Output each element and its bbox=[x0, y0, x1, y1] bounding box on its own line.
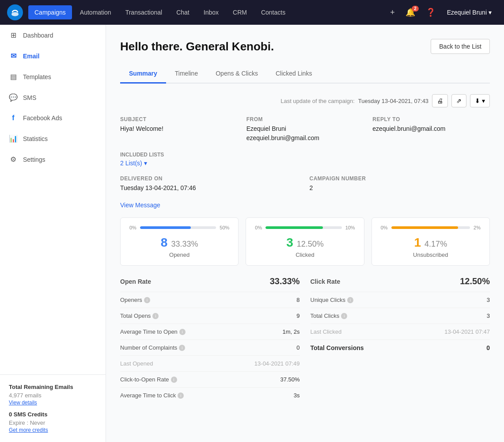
info-click-to-open[interactable]: i bbox=[171, 377, 177, 383]
complaints-value: 0 bbox=[296, 344, 299, 351]
avg-time-click-value: 3s bbox=[294, 392, 300, 399]
sms-credits-label: 0 SMS Credits bbox=[9, 411, 97, 418]
share-button[interactable]: ⇗ bbox=[451, 94, 466, 107]
print-button[interactable]: 🖨 bbox=[432, 94, 448, 107]
unsub-label: Unsubscribed bbox=[381, 251, 481, 258]
stat-box-clicked: 0% 10% 3 12.50% Clicked bbox=[246, 217, 364, 266]
progress-start-opened: 0% bbox=[129, 225, 136, 230]
sidebar-item-sms[interactable]: 💬 SMS bbox=[0, 87, 106, 108]
page-header: Hello there. General Kenobi. Back to the… bbox=[120, 39, 490, 54]
progress-track-opened bbox=[140, 226, 216, 229]
back-to-list-button[interactable]: Back to the List bbox=[431, 39, 490, 54]
progress-track-clicked bbox=[265, 226, 341, 229]
logo[interactable] bbox=[7, 4, 23, 20]
opened-number: 8 bbox=[161, 236, 168, 250]
remaining-emails-label: Total Remaining Emails bbox=[9, 384, 97, 390]
sms-icon: 💬 bbox=[9, 93, 18, 102]
top-nav: Campaigns Automation Transactional Chat … bbox=[0, 0, 504, 25]
campaign-number-label: Campaign Number bbox=[310, 175, 490, 182]
info-complaints[interactable]: i bbox=[179, 345, 185, 351]
openers-value: 8 bbox=[296, 297, 299, 303]
progress-start-unsub: 0% bbox=[381, 225, 388, 230]
click-to-open-value: 37.50% bbox=[280, 376, 299, 383]
subject-label: Subject bbox=[120, 116, 238, 122]
tab-timeline[interactable]: Timeline bbox=[166, 65, 207, 84]
sms-expire-label: Expire : Never bbox=[9, 419, 97, 426]
lists-label: Included Lists bbox=[120, 152, 490, 158]
sidebar-item-email[interactable]: ✉ Email bbox=[0, 46, 106, 66]
clicked-percent: 12.50% bbox=[297, 240, 324, 249]
avg-time-open-value: 1m, 2s bbox=[282, 328, 299, 335]
sidebar-item-statistics[interactable]: 📊 Statistics bbox=[0, 128, 106, 149]
facebook-icon: f bbox=[9, 114, 18, 122]
from-name: Ezequiel Bruni bbox=[246, 124, 364, 133]
tab-clicked-links[interactable]: Clicked Links bbox=[267, 65, 321, 84]
last-opened-value: 13-04-2021 07:49 bbox=[254, 360, 300, 367]
settings-icon: ⚙ bbox=[9, 155, 18, 164]
statistics-icon: 📊 bbox=[9, 134, 18, 143]
nav-transactional[interactable]: Transactional bbox=[119, 5, 169, 19]
nav-contacts[interactable]: Contacts bbox=[255, 5, 292, 19]
nav-user-menu[interactable]: Ezequiel Bruni ▾ bbox=[442, 6, 497, 19]
click-rate-title: Click Rate bbox=[311, 278, 341, 285]
progress-fill-unsub bbox=[391, 226, 459, 229]
update-timestamp: Tuesday 13-04-2021, 07:43 bbox=[358, 98, 428, 104]
info-avg-time-click[interactable]: i bbox=[178, 392, 184, 399]
nav-help-button[interactable]: ❓ bbox=[421, 5, 440, 20]
meta-reply: Reply to ezequiel.bruni@gmail.com bbox=[372, 116, 490, 143]
nav-inbox[interactable]: Inbox bbox=[197, 5, 225, 19]
info-total-clicks[interactable]: i bbox=[341, 313, 347, 319]
meta-subject: Subject Hiya! Welcome! bbox=[120, 116, 238, 143]
tab-opens-clicks[interactable]: Opens & Clicks bbox=[207, 65, 267, 84]
meta-grid: Subject Hiya! Welcome! From Ezequiel Bru… bbox=[120, 116, 490, 143]
detail-grid: Open Rate 33.33% Openers i 8 Total Opens… bbox=[120, 276, 490, 403]
subject-value: Hiya! Welcome! bbox=[120, 124, 238, 133]
tabs: Summary Timeline Opens & Clicks Clicked … bbox=[120, 65, 490, 84]
open-rate-title: Open Rate bbox=[120, 278, 151, 285]
row-openers: Openers i 8 bbox=[120, 292, 300, 308]
from-label: From bbox=[246, 116, 364, 122]
progress-end-unsub: 2% bbox=[474, 225, 481, 230]
progress-fill-clicked bbox=[265, 226, 322, 229]
reply-label: Reply to bbox=[372, 116, 490, 122]
update-label: Last update of the campaign: bbox=[280, 98, 355, 104]
nav-automation[interactable]: Automation bbox=[74, 5, 117, 19]
lists-value[interactable]: 2 List(s) ▾ bbox=[120, 160, 490, 167]
sidebar-item-settings[interactable]: ⚙ Settings bbox=[0, 149, 106, 170]
delivered-grid: Delivered on Tuesday 13-04-2021, 07:46 C… bbox=[120, 175, 490, 193]
info-total-opens[interactable]: i bbox=[152, 313, 159, 319]
opened-label: Opened bbox=[129, 251, 229, 258]
sidebar: ⊞ Dashboard ✉ Email ▤ Templates 💬 SMS f … bbox=[0, 25, 106, 442]
info-openers[interactable]: i bbox=[144, 297, 150, 303]
clicked-number: 3 bbox=[286, 236, 293, 250]
update-bar: Last update of the campaign: Tuesday 13-… bbox=[120, 94, 490, 107]
sidebar-item-dashboard[interactable]: ⊞ Dashboard bbox=[0, 25, 106, 46]
email-icon: ✉ bbox=[9, 52, 18, 60]
sidebar-item-templates[interactable]: ▤ Templates bbox=[0, 66, 106, 87]
row-total-opens: Total Opens i 9 bbox=[120, 308, 300, 324]
row-last-clicked: Last Clicked 13-04-2021 07:47 bbox=[311, 324, 490, 339]
stat-boxes: 0% 50% 8 33.33% Opened 0% 10% 3 bbox=[120, 217, 490, 266]
opened-percent: 33.33% bbox=[171, 240, 198, 249]
download-button[interactable]: ⬇ ▾ bbox=[470, 94, 490, 107]
clicked-label: Clicked bbox=[255, 251, 355, 258]
view-details-link[interactable]: View details bbox=[9, 400, 97, 406]
get-more-credits-link[interactable]: Get more credits bbox=[9, 427, 97, 433]
nav-bell-button[interactable]: 🔔 2 bbox=[401, 5, 420, 20]
click-rate-value: 12.50% bbox=[460, 276, 490, 286]
campaign-number-value: 2 bbox=[310, 183, 490, 193]
sidebar-item-facebook-ads[interactable]: f Facebook Ads bbox=[0, 108, 106, 128]
info-unique-clicks[interactable]: i bbox=[347, 297, 353, 303]
row-unique-clicks: Unique Clicks i 3 bbox=[311, 292, 490, 308]
info-avg-time-open[interactable]: i bbox=[179, 329, 186, 335]
delivered-value: Tuesday 13-04-2021, 07:46 bbox=[120, 183, 301, 193]
templates-icon: ▤ bbox=[9, 72, 18, 81]
nav-chat[interactable]: Chat bbox=[170, 5, 196, 19]
tab-summary[interactable]: Summary bbox=[120, 65, 166, 84]
total-conversions-row: Total Conversions 0 bbox=[311, 339, 490, 356]
nav-crm[interactable]: CRM bbox=[227, 5, 253, 19]
nav-campaigns[interactable]: Campaigns bbox=[28, 5, 72, 19]
view-message-link[interactable]: View Message bbox=[120, 202, 490, 209]
nav-plus-button[interactable]: + bbox=[386, 5, 399, 20]
delivered-on: Delivered on Tuesday 13-04-2021, 07:46 bbox=[120, 175, 301, 193]
